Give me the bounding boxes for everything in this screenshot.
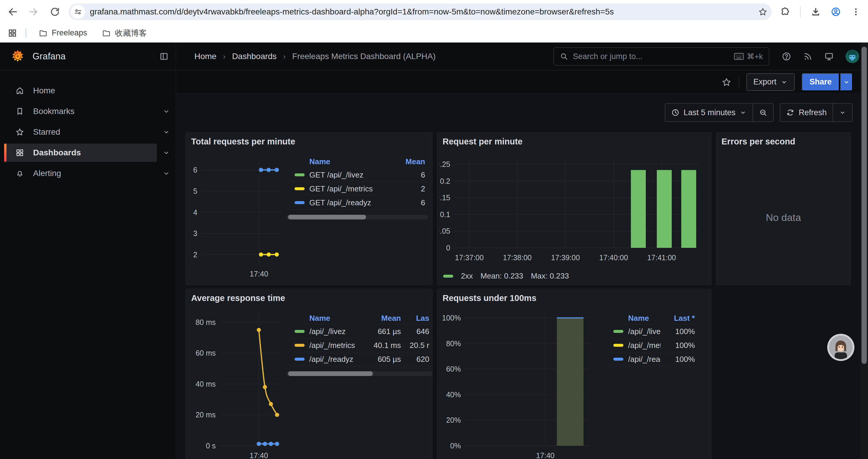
legend-series[interactable]: /api/_/metrics	[605, 341, 660, 350]
chevron-down-icon[interactable]	[157, 123, 176, 141]
bar-chart[interactable]: 0.250.20.150.10.05017:37:0017:38:0017:39…	[440, 150, 707, 270]
panel-title[interactable]: Errors per second	[721, 137, 795, 146]
area-chart[interactable]: 100%80%60%40%20%0%17:40	[441, 307, 595, 459]
site-info-icon[interactable]	[71, 5, 85, 19]
legend-series[interactable]: GET /api/_/readyz	[286, 198, 381, 207]
star-dashboard-icon[interactable]	[721, 77, 732, 87]
breadcrumb-dashboards[interactable]: Dashboards	[232, 52, 277, 61]
svg-text:80%: 80%	[446, 339, 461, 348]
legend-scrollbar[interactable]	[286, 371, 432, 376]
page-scrollbar[interactable]	[860, 42, 868, 459]
monitor-icon[interactable]	[824, 52, 834, 61]
legend-column[interactable]: Last *	[660, 314, 698, 323]
legend-value: 100%	[660, 341, 698, 350]
sidebar-item-bookmarks[interactable]: Bookmarks	[4, 102, 157, 121]
svg-text:100%: 100%	[442, 314, 461, 322]
legend-column[interactable]: Name	[605, 314, 660, 323]
legend-column[interactable]: Name	[286, 157, 381, 166]
legend-series[interactable]: /api/_/readyz	[286, 355, 360, 364]
legend-row: /api/_/readyz100%	[605, 352, 698, 366]
scrollbar-thumb[interactable]	[862, 47, 867, 364]
sidebar-item-alerting[interactable]: Alerting	[4, 164, 157, 183]
svg-text:0.25: 0.25	[440, 160, 450, 168]
legend-column[interactable]: Las	[404, 314, 432, 323]
bookmark-folder-freeleaps[interactable]: Freeleaps	[34, 26, 92, 40]
legend-series[interactable]: /api/_/readyz	[605, 355, 660, 364]
panel-title[interactable]: Average response time	[191, 293, 285, 303]
search-input-wrapper[interactable]: ⌘+k	[553, 47, 769, 66]
home-icon	[16, 86, 24, 95]
sidebar-item-home[interactable]: Home	[4, 81, 157, 100]
time-range-group: Last 5 minutes	[665, 103, 774, 122]
panel-request-per-minute: Request per minute 0.250.20.150.10.05017…	[437, 132, 711, 285]
svg-text:0 s: 0 s	[206, 441, 216, 450]
user-avatar[interactable]	[845, 50, 859, 63]
bookmark-folder-blogs[interactable]: 收藏博客	[97, 25, 152, 41]
time-range-picker[interactable]: Last 5 minutes	[665, 104, 753, 121]
series-swatch	[613, 330, 623, 333]
chevron-down-icon[interactable]	[157, 143, 176, 162]
time-series-chart[interactable]: 6543217:40	[188, 150, 289, 282]
zoom-out-button[interactable]	[753, 104, 773, 121]
panel-title[interactable]: Total requests per minute	[191, 137, 295, 146]
legend-series[interactable]: /api/_/metrics	[286, 341, 360, 350]
sidebar-item-label: Dashboards	[33, 148, 81, 157]
sidebar-item-starred[interactable]: Starred	[4, 123, 157, 141]
legend-column[interactable]: Mean	[381, 157, 428, 166]
legend-mean: Mean: 0.233	[480, 271, 523, 281]
svg-text:4: 4	[193, 208, 197, 217]
legend-series[interactable]: GET /api/_/metrics	[286, 184, 381, 193]
refresh-interval-button[interactable]	[833, 104, 852, 121]
news-rss-icon[interactable]	[803, 52, 812, 61]
legend-scrollbar-thumb[interactable]	[288, 371, 373, 376]
url-text[interactable]: grafana.mathmast.com/d/deytv4rwavabkb/fr…	[90, 7, 758, 17]
profile-icon[interactable]	[831, 7, 841, 17]
legend-column[interactable]: Name	[286, 314, 360, 323]
share-button[interactable]: Share	[802, 73, 839, 91]
grafana-header: Grafana Home › Dashboards › Freeleaps Me…	[0, 42, 868, 71]
help-icon[interactable]	[782, 52, 791, 61]
time-series-chart[interactable]: 80 ms60 ms40 ms20 ms0 s17:40	[188, 307, 291, 459]
svg-text:20%: 20%	[446, 416, 461, 424]
breadcrumb-current: Freeleaps Metrics Dashboard (ALPHA)	[292, 52, 436, 61]
legend-scrollbar[interactable]	[286, 215, 428, 220]
panel-title[interactable]: Requests under 100ms	[442, 293, 536, 303]
brand-title[interactable]: Grafana	[32, 51, 66, 62]
time-controls: Last 5 minutes Refresh	[176, 94, 868, 122]
back-icon[interactable]	[4, 4, 21, 20]
reload-icon[interactable]	[47, 4, 63, 20]
chevron-down-icon[interactable]	[157, 164, 176, 183]
panel-legend: NameLast */api/_/livez100%/api/_/metrics…	[605, 312, 698, 366]
forward-icon[interactable]	[25, 4, 42, 20]
legend-series[interactable]: /api/_/livez	[286, 327, 360, 336]
search-input[interactable]	[573, 52, 729, 61]
legend-column[interactable]: Mean	[360, 314, 404, 323]
legend-scrollbar-thumb[interactable]	[288, 215, 366, 220]
assistant-avatar[interactable]	[827, 333, 855, 361]
legend-series[interactable]: /api/_/livez	[605, 327, 660, 336]
svg-text:2: 2	[193, 251, 197, 259]
menu-icon[interactable]	[851, 7, 861, 17]
sidebar-toggle-icon[interactable]	[159, 52, 169, 61]
legend-series[interactable]: 2xx	[461, 271, 473, 281]
breadcrumb-home[interactable]: Home	[194, 52, 217, 61]
sidebar-item-label: Alerting	[33, 169, 61, 178]
export-button[interactable]: Export	[746, 73, 795, 91]
extensions-icon[interactable]	[780, 7, 790, 17]
panel-title[interactable]: Request per minute	[442, 137, 523, 146]
grafana-logo[interactable]	[11, 49, 25, 64]
legend-header: NameLast *	[605, 312, 698, 325]
refresh-button[interactable]: Refresh	[780, 104, 833, 121]
download-icon[interactable]	[811, 7, 821, 17]
apps-grid-icon[interactable]	[8, 28, 17, 38]
svg-text:17:40:00: 17:40:00	[599, 254, 628, 262]
chevron-down-icon[interactable]	[157, 102, 176, 121]
legend-series[interactable]: GET /api/_/livez	[286, 170, 381, 179]
sidebar-item-label: Starred	[33, 127, 60, 137]
dashboard-actions: Export Share	[176, 71, 868, 93]
url-bar[interactable]: grafana.mathmast.com/d/deytv4rwavabkb/fr…	[68, 4, 772, 20]
bookmark-star-icon[interactable]	[758, 7, 768, 17]
share-menu-button[interactable]	[840, 73, 852, 91]
panel-total-requests: Total requests per minute 6543217:40 Nam…	[186, 132, 433, 285]
sidebar-item-dashboards[interactable]: Dashboards	[4, 143, 157, 162]
